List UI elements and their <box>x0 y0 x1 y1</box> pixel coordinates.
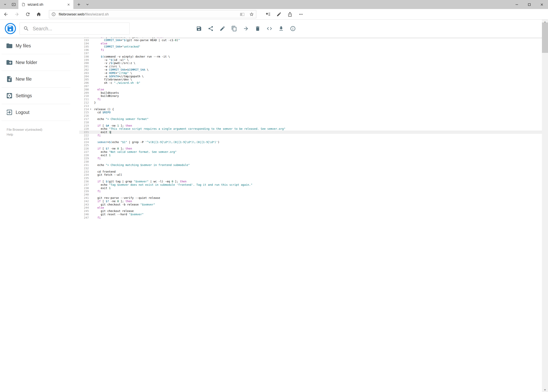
code-line[interactable]: 215 cd $REPO <box>79 111 542 114</box>
help-link[interactable]: Help <box>7 133 42 137</box>
code-line[interactable]: 213 <box>79 104 542 108</box>
code-line[interactable]: 209 buildAssets <box>79 91 542 95</box>
fold-gutter <box>90 187 94 190</box>
code-line[interactable]: 243 git checkout -b release "$semver" <box>79 203 542 206</box>
code-line[interactable]: 225 <box>79 144 542 147</box>
code-line[interactable]: 195 COMMIT_SHA="untracked" <box>79 45 542 48</box>
info-button[interactable] <box>287 22 299 35</box>
code-line[interactable]: 228 exit 1 <box>79 154 542 157</box>
source-code-button[interactable] <box>264 22 275 35</box>
new-tab-button[interactable] <box>75 0 83 9</box>
close-window-button[interactable] <box>535 0 548 9</box>
url-field[interactable]: filebrowser.web/files/wizard.sh <box>49 10 256 18</box>
code-line[interactable]: 203 -e HOME="//tmp" \ <box>79 71 542 75</box>
code-line[interactable]: 224 semver=$(echo "$1" | grep -P '^v(0|[… <box>79 140 542 144</box>
code-line[interactable]: 216 <box>79 114 542 117</box>
tab-menu-button[interactable] <box>83 0 92 9</box>
sidebar-item-new-file[interactable]: New file <box>0 71 79 87</box>
code-line[interactable]: 234 git fetch --all <box>79 173 542 176</box>
search-input[interactable] <box>33 26 126 32</box>
copy-button[interactable] <box>228 22 240 35</box>
more-menu-button[interactable] <box>297 10 305 19</box>
code-line[interactable]: 232 <box>79 167 542 170</box>
code-line[interactable]: 207 <box>79 84 542 88</box>
set-tabs-aside-button[interactable] <box>9 0 18 9</box>
share-page-button[interactable] <box>286 10 294 19</box>
code-line[interactable]: 211 fi <box>79 98 542 101</box>
code-line[interactable]: 214▾release () { <box>79 108 542 111</box>
annotate-button[interactable] <box>275 10 283 19</box>
sidebar-item-logout[interactable]: Logout <box>0 104 79 120</box>
tab-preview-button[interactable] <box>1 0 9 9</box>
hub-button[interactable] <box>264 10 272 19</box>
code-line[interactable]: 217 echo "> Checking semver format" <box>79 117 542 121</box>
code-line[interactable]: 238 exit 1 <box>79 187 542 190</box>
fold-arrow-icon[interactable]: ▾ <box>90 108 94 111</box>
code-line[interactable]: 237 echo "Tag $semver does not exist in … <box>79 183 542 187</box>
code-line[interactable]: 201 -w //src \ <box>79 65 542 68</box>
code-line[interactable]: 221 exit 1 <box>79 131 542 134</box>
minimize-button[interactable] <box>510 0 523 9</box>
browser-tab[interactable]: wizard.sh <box>18 0 73 9</box>
code-line[interactable]: 226 if [ $? -ne 0 ]; then <box>79 147 542 150</box>
line-number: 238 <box>79 187 90 190</box>
site-info-button[interactable] <box>51 12 56 16</box>
code-line[interactable]: 204 -e GOPATH=//tmp/gopath \ <box>79 75 542 78</box>
code-line[interactable]: 212} <box>79 101 542 104</box>
back-button[interactable] <box>1 10 10 19</box>
share-button[interactable] <box>205 22 217 35</box>
code-line[interactable]: 206 sh -c "./wizard.sh -b" <box>79 81 542 84</box>
code-editor[interactable]: 192 if [ "$(command -v git)" != "" ]; th… <box>79 38 542 392</box>
save-button[interactable] <box>193 22 205 35</box>
code-line[interactable]: 230 <box>79 160 542 163</box>
add-favorite-button[interactable] <box>249 12 254 17</box>
delete-button[interactable] <box>252 22 264 35</box>
code-line[interactable]: 223 <box>79 137 542 140</box>
code-line[interactable]: 199 -u "$(id -u)" \ <box>79 58 542 62</box>
code-line[interactable]: 219 if [ $# -ne 1 ]; then <box>79 124 542 127</box>
code-line[interactable]: 202 -e COMMIT_SHA=$COMMIT_SHA \ <box>79 68 542 71</box>
code-line[interactable]: 205 filebrowser/dev \ <box>79 78 542 81</box>
sidebar-item-new-folder[interactable]: New folder <box>0 54 79 71</box>
code-line[interactable]: 198 $(command -v winpty) docker run --rm… <box>79 55 542 58</box>
sidebar-item-my-files[interactable]: My files <box>0 38 79 54</box>
rename-button[interactable] <box>217 22 228 35</box>
home-button[interactable] <box>35 10 43 19</box>
code-line[interactable]: 247 fi <box>79 216 542 219</box>
refresh-button[interactable] <box>23 10 32 19</box>
code-line[interactable]: 218 <box>79 121 542 124</box>
code-line[interactable]: 210 buildBinary <box>79 94 542 98</box>
scrollbar[interactable]: ▲ ▼ <box>542 20 548 392</box>
code-line[interactable]: 239 fi <box>79 190 542 193</box>
code-line[interactable]: 236 if [ $(git tag | grep "$semver" | wc… <box>79 180 542 183</box>
tab-close-button[interactable] <box>66 1 71 7</box>
maximize-button[interactable] <box>523 0 535 9</box>
scroll-down-arrow-icon[interactable]: ▼ <box>542 388 548 392</box>
code-line[interactable]: 194 else <box>79 42 542 45</box>
code-line[interactable]: 240 <box>79 193 542 196</box>
move-button[interactable] <box>240 22 252 35</box>
code-line[interactable]: 227 echo "Not valid semver format. See s… <box>79 150 542 154</box>
code-line[interactable]: 193 COMMIT_SHA="$(git rev-parse HEAD | c… <box>79 39 542 42</box>
code-line[interactable]: 244 else <box>79 206 542 210</box>
code-line[interactable]: 242 if [ $? -ne 0 ]; then <box>79 200 542 203</box>
code-line[interactable]: 196 fi <box>79 48 542 52</box>
code-line[interactable]: 245 git checkout release <box>79 210 542 213</box>
code-line[interactable]: 220 echo "This release script requires a… <box>79 127 542 131</box>
download-button[interactable] <box>275 22 287 35</box>
code-line[interactable]: 197 <box>79 52 542 55</box>
code-line[interactable]: 246 git reset --hard "$semver" <box>79 213 542 216</box>
code-line[interactable]: 200 -v /$(pwd):/src:z \ <box>79 62 542 65</box>
code-line[interactable]: 231 echo "> Checking matching $semver in… <box>79 163 542 167</box>
code-line[interactable]: 229 fi <box>79 157 542 160</box>
code-line[interactable]: 222 fi <box>79 134 542 137</box>
code-line[interactable]: 235 <box>79 176 542 180</box>
code-line[interactable]: 208 else <box>79 88 542 91</box>
scrollbar-thumb[interactable] <box>542 22 548 53</box>
code-line[interactable]: 241 git rev-parse --verify --quiet relea… <box>79 196 542 200</box>
line-number: 233 <box>79 170 90 173</box>
code-line[interactable]: 233 cd frontend <box>79 170 542 173</box>
search-bar[interactable] <box>20 22 130 35</box>
sidebar-item-settings[interactable]: Settings <box>0 87 79 104</box>
fold-gutter <box>90 180 94 183</box>
